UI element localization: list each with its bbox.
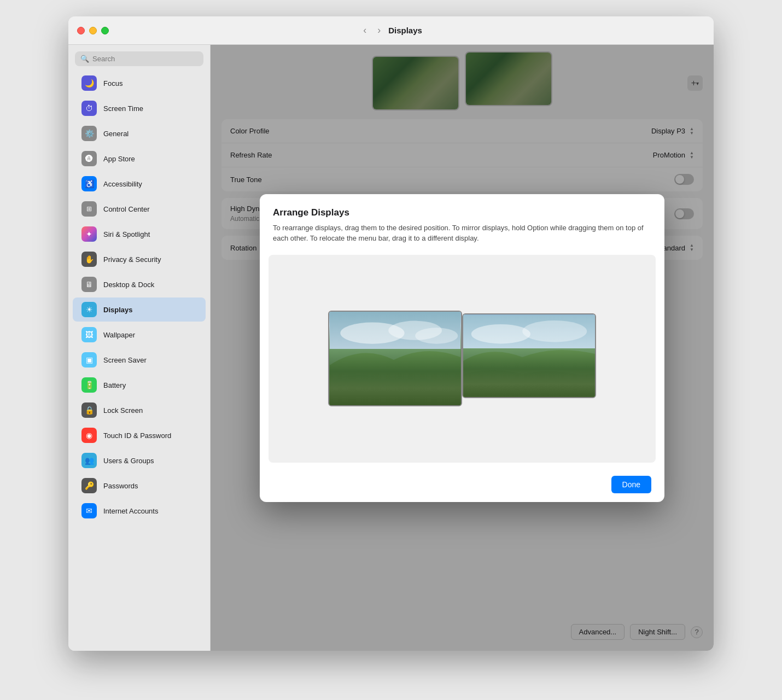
sidebar-label-control-center: Control Center xyxy=(103,205,150,213)
traffic-lights xyxy=(77,27,109,34)
modal-display-secondary[interactable] xyxy=(462,313,596,398)
search-icon: 🔍 xyxy=(80,55,89,63)
sidebar-item-users[interactable]: 👥 Users & Groups xyxy=(73,448,206,472)
sidebar-item-internet[interactable]: ✉ Internet Accounts xyxy=(73,499,206,523)
sidebar-item-accessibility[interactable]: ♿ Accessibility xyxy=(73,172,206,196)
window-title: Displays xyxy=(388,26,422,35)
sidebar-item-screensaver[interactable]: ▣ Screen Saver xyxy=(73,348,206,372)
accessibility-icon: ♿ xyxy=(81,176,97,191)
sidebar-label-desktop: Desktop & Dock xyxy=(103,281,154,289)
desktop-icon: 🖥 xyxy=(81,277,97,292)
sidebar-item-wallpaper[interactable]: 🖼 Wallpaper xyxy=(73,323,206,347)
modal-display-primary[interactable] xyxy=(328,311,462,406)
screensaver-icon: ▣ xyxy=(81,352,97,368)
sidebar-item-focus[interactable]: 🌙 Focus xyxy=(73,71,206,95)
search-bar[interactable]: 🔍 xyxy=(75,51,203,66)
svg-point-3 xyxy=(415,328,458,343)
sidebar-item-passwords[interactable]: 🔑 Passwords xyxy=(73,474,206,498)
sidebar-item-screen-time[interactable]: ⏱ Screen Time xyxy=(73,96,206,120)
maximize-button[interactable] xyxy=(101,27,109,34)
search-input[interactable] xyxy=(92,55,198,63)
lock-screen-icon: 🔒 xyxy=(81,402,97,418)
sidebar-label-wallpaper: Wallpaper xyxy=(103,331,135,339)
modal-footer: Done xyxy=(260,467,664,502)
main-panel: + ▾ Color Profile Display P3 ▲ ▼ xyxy=(211,45,714,651)
sidebar-label-screensaver: Screen Saver xyxy=(103,356,147,364)
display-preview-primary xyxy=(329,312,461,405)
focus-icon: 🌙 xyxy=(81,75,97,91)
forward-button[interactable]: › xyxy=(374,22,384,38)
sidebar-label-privacy: Privacy & Security xyxy=(103,255,161,264)
sidebar-item-privacy[interactable]: ✋ Privacy & Security xyxy=(73,247,206,271)
sidebar-item-touch-id[interactable]: ◉ Touch ID & Password xyxy=(73,423,206,447)
general-icon: ⚙️ xyxy=(81,126,97,141)
arrange-displays-modal: Arrange Displays To rearrange displays, … xyxy=(260,194,664,502)
modal-header: Arrange Displays To rearrange displays, … xyxy=(260,194,664,250)
sidebar-label-touch-id: Touch ID & Password xyxy=(103,431,171,440)
sidebar-item-lock-screen[interactable]: 🔒 Lock Screen xyxy=(73,398,206,422)
modal-title: Arrange Displays xyxy=(273,207,651,218)
modal-display-area xyxy=(269,255,656,463)
sidebar-item-battery[interactable]: 🔋 Battery xyxy=(73,373,206,397)
title-bar: ‹ › Displays xyxy=(68,16,714,45)
displays-icon: ☀ xyxy=(81,302,97,317)
content-area: 🔍 🌙 Focus ⏱ Screen Time ⚙️ Ge xyxy=(68,45,714,651)
modal-displays-container xyxy=(328,311,596,406)
back-button[interactable]: ‹ xyxy=(360,22,370,38)
svg-point-5 xyxy=(471,324,530,343)
modal-overlay: Arrange Displays To rearrange displays, … xyxy=(211,45,714,651)
sidebar-label-lock-screen: Lock Screen xyxy=(103,406,143,415)
minimize-button[interactable] xyxy=(89,27,97,34)
sidebar-label-users: Users & Groups xyxy=(103,457,154,465)
users-icon: 👥 xyxy=(81,453,97,468)
display-preview-secondary xyxy=(463,314,595,398)
sidebar-item-control-center[interactable]: ⊞ Control Center xyxy=(73,197,206,221)
sidebar: 🔍 🌙 Focus ⏱ Screen Time ⚙️ Ge xyxy=(68,45,211,651)
control-center-icon: ⊞ xyxy=(81,201,97,217)
wallpaper-icon: 🖼 xyxy=(81,327,97,342)
svg-point-6 xyxy=(522,320,587,342)
privacy-icon: ✋ xyxy=(81,252,97,267)
screen-time-icon: ⏱ xyxy=(81,101,97,116)
battery-icon: 🔋 xyxy=(81,377,97,393)
sidebar-item-general[interactable]: ⚙️ General xyxy=(73,121,206,145)
sidebar-item-desktop[interactable]: 🖥 Desktop & Dock xyxy=(73,272,206,296)
touch-id-icon: ◉ xyxy=(81,428,97,443)
sidebar-label-accessibility: Accessibility xyxy=(103,180,142,188)
sidebar-item-siri[interactable]: ✦ Siri & Spotlight xyxy=(73,222,206,246)
title-nav: ‹ › Displays xyxy=(360,22,422,38)
sidebar-label-internet: Internet Accounts xyxy=(103,507,158,515)
internet-icon: ✉ xyxy=(81,503,97,518)
sidebar-label-general: General xyxy=(103,130,129,138)
app-store-icon: 🅐 xyxy=(81,151,97,166)
modal-description: To rearrange displays, drag them to the … xyxy=(273,223,651,244)
passwords-icon: 🔑 xyxy=(81,478,97,493)
sidebar-label-screen-time: Screen Time xyxy=(103,104,143,113)
done-button[interactable]: Done xyxy=(611,476,651,493)
sidebar-label-passwords: Passwords xyxy=(103,482,138,490)
sidebar-label-focus: Focus xyxy=(103,79,122,88)
sidebar-label-displays: Displays xyxy=(103,306,132,314)
sidebar-label-battery: Battery xyxy=(103,381,126,389)
sidebar-item-displays[interactable]: ☀ Displays xyxy=(73,298,206,322)
sidebar-label-siri: Siri & Spotlight xyxy=(103,230,150,238)
main-window: ‹ › Displays 🔍 🌙 Focus ⏱ Scr xyxy=(68,16,714,651)
sidebar-label-app-store: App Store xyxy=(103,155,135,163)
sidebar-item-app-store[interactable]: 🅐 App Store xyxy=(73,147,206,171)
close-button[interactable] xyxy=(77,27,85,34)
siri-icon: ✦ xyxy=(81,226,97,242)
